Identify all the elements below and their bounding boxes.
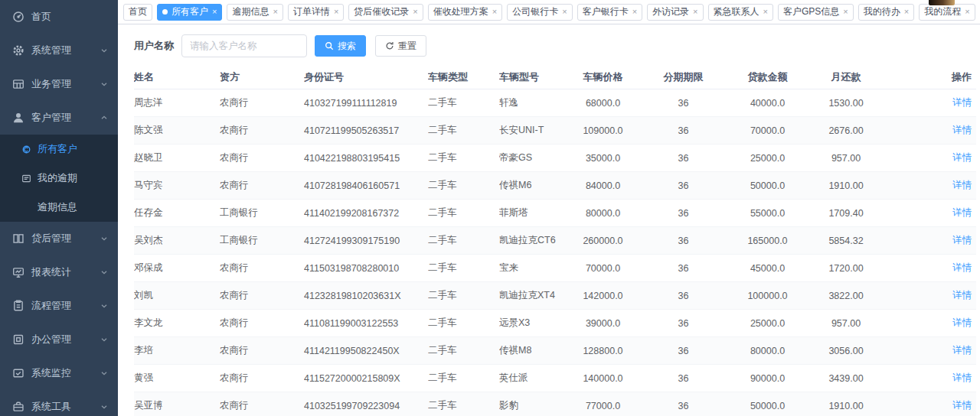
tab-close-icon[interactable]: × (763, 8, 768, 16)
chart-icon (12, 266, 24, 278)
detail-link[interactable]: 详情 (952, 152, 972, 163)
tab-visit-records[interactable]: 外访记录× (647, 4, 703, 21)
tab-close-icon[interactable]: × (273, 8, 277, 16)
tab-all-customers[interactable]: 所有客户× (157, 4, 222, 21)
sidebar-item-postloan-mgmt[interactable]: 贷后管理 (0, 222, 118, 255)
reset-button[interactable]: 重置 (375, 35, 426, 57)
cell-actions: 详情 (896, 227, 976, 255)
chevron-down-icon (100, 402, 109, 411)
cell-installment-term: 36 (628, 255, 739, 282)
sidebar-item-system-monitor[interactable]: 系统监控 (0, 356, 118, 390)
tab-my-todo[interactable]: 我的待办× (858, 4, 914, 21)
cell-vehicle-price: 109000.0 (578, 117, 628, 145)
tab-close-icon[interactable]: × (904, 8, 909, 16)
cell-name: 赵晓卫 (134, 145, 220, 172)
cell-vehicle-model: 英仕派 (499, 365, 578, 392)
cell-name: 吴亚博 (134, 392, 220, 416)
sidebar-item-my-overdue[interactable]: 我的逾期 (0, 164, 118, 193)
tab-close-icon[interactable]: × (632, 8, 637, 16)
user-icon (12, 112, 24, 124)
sidebar-item-system-tools[interactable]: 系统工具 (0, 390, 118, 416)
sidebar-item-customer-mgmt[interactable]: 客户管理 (0, 101, 118, 135)
sidebar-item-all-customers[interactable]: 所有客户 (0, 135, 118, 164)
refresh-icon (385, 41, 394, 50)
cell-installment-term: 36 (628, 145, 739, 172)
cell-name: 陈文强 (134, 117, 220, 145)
detail-link[interactable]: 详情 (952, 97, 972, 108)
cell-installment-term: 36 (628, 227, 739, 255)
table-header-row: 姓名资方身份证号车辆类型车辆型号车辆价格分期期限贷款金额月还款操作 (134, 66, 976, 89)
cell-monthly-payment: 957.00 (796, 145, 896, 172)
sidebar-item-label: 首页 (31, 10, 51, 24)
detail-link[interactable]: 详情 (952, 207, 972, 218)
sidebar-item-report-stats[interactable]: 报表统计 (0, 255, 118, 289)
cell-vehicle-type: 二手车 (428, 365, 499, 392)
flow-icon (12, 300, 24, 312)
tab-close-icon[interactable]: × (562, 8, 567, 16)
tab-close-icon[interactable]: × (334, 8, 338, 16)
cell-vehicle-price: 260000.0 (578, 227, 628, 255)
tab-emergency-contacts[interactable]: 紧急联系人× (708, 4, 773, 21)
customer-name-input[interactable] (181, 34, 307, 57)
cell-loan-amount: 100000.0 (739, 282, 796, 310)
sidebar-item-office-mgmt[interactable]: 办公管理 (0, 323, 118, 356)
cell-id-number: 41152720000215809X (304, 365, 428, 392)
detail-link[interactable]: 详情 (952, 125, 972, 135)
sidebar-item-process-mgmt[interactable]: 流程管理 (0, 289, 118, 323)
cell-name: 周志洋 (134, 89, 220, 117)
detail-link[interactable]: 详情 (952, 372, 972, 383)
detail-link[interactable]: 详情 (952, 290, 972, 301)
cell-monthly-payment: 1720.00 (796, 255, 896, 282)
tab-home[interactable]: 首页 (123, 4, 152, 21)
table-row: 周志洋农商行410327199111112819二手车轩逸68000.03640… (134, 89, 976, 117)
sidebar-item-label: 客户管理 (31, 111, 71, 125)
cell-installment-term: 36 (628, 172, 739, 200)
chevron-down-icon (100, 234, 109, 243)
sidebar-menu: 首页系统管理业务管理客户管理所有客户我的逾期逾期信息贷后管理报表统计流程管理办公… (0, 0, 118, 416)
detail-link[interactable]: 详情 (952, 317, 972, 328)
tab-overdue-info[interactable]: 逾期信息× (227, 4, 283, 21)
sidebar-item-home[interactable]: 首页 (0, 0, 118, 34)
tab-customer-gps[interactable]: 客户GPS信息× (778, 4, 854, 21)
tab-label: 所有客户 (172, 5, 208, 18)
table-row: 吴亚博农商行410325199709223094二手车影豹77000.03650… (134, 392, 976, 416)
sidebar-item-system-mgmt[interactable]: 系统管理 (0, 34, 118, 67)
card-icon (21, 174, 31, 184)
tab-close-icon[interactable]: × (965, 8, 969, 16)
tab-close-icon[interactable]: × (693, 8, 697, 16)
table-row: 赵晓卫农商行410422198803195415二手车帝豪GS35000.036… (134, 145, 976, 172)
tab-collection-records[interactable]: 贷后催收记录× (348, 4, 423, 21)
detail-link[interactable]: 详情 (952, 400, 972, 411)
tab-label: 催收处理方案 (433, 5, 488, 18)
sidebar-item-label: 逾期信息 (38, 200, 77, 214)
content-panel: 用户名称 搜索 重置 (118, 24, 980, 416)
search-button[interactable]: 搜索 (315, 35, 366, 57)
cell-installment-term: 36 (628, 117, 739, 145)
tab-customer-bank-cards[interactable]: 客户银行卡× (577, 4, 642, 21)
cell-loan-amount: 50000.0 (739, 392, 796, 416)
cell-vehicle-model: 帝豪GS (499, 145, 578, 172)
tab-close-icon[interactable]: × (212, 8, 217, 16)
sidebar-item-overdue-info[interactable]: 逾期信息 (0, 193, 118, 222)
tab-collection-plans[interactable]: 催收处理方案× (428, 4, 502, 21)
tab-close-icon[interactable]: × (843, 8, 848, 16)
sidebar-item-label: 流程管理 (31, 299, 71, 313)
cell-name: 吴刘杰 (134, 227, 220, 255)
detail-link[interactable]: 详情 (952, 345, 972, 356)
tab-label: 订单详情 (293, 5, 330, 18)
search-icon (325, 41, 334, 50)
detail-link[interactable]: 详情 (952, 235, 972, 245)
tab-close-icon[interactable]: × (413, 8, 417, 16)
cell-monthly-payment: 1910.00 (796, 172, 896, 200)
column-header-installment-term: 分期期限 (628, 66, 739, 89)
cell-vehicle-type: 二手车 (428, 310, 499, 337)
tab-my-process[interactable]: 我的流程× (919, 4, 975, 21)
tab-order-details[interactable]: 订单详情× (288, 4, 344, 21)
sidebar-item-business-mgmt[interactable]: 业务管理 (0, 67, 118, 101)
cell-funder: 农商行 (220, 89, 304, 117)
detail-link[interactable]: 详情 (952, 262, 972, 273)
table-row: 黄强农商行41152720000215809X二手车英仕派140000.0369… (134, 365, 976, 392)
tab-company-bank-cards[interactable]: 公司银行卡× (507, 4, 572, 21)
detail-link[interactable]: 详情 (952, 180, 972, 190)
tab-close-icon[interactable]: × (492, 8, 497, 16)
